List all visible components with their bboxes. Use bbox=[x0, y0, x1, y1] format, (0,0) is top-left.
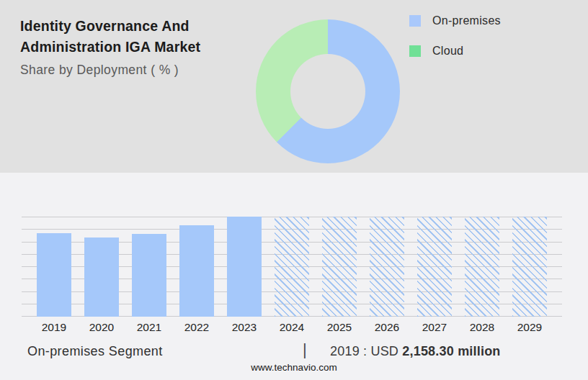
bar-2019 bbox=[37, 233, 71, 317]
x-label-2024: 2024 bbox=[268, 321, 316, 334]
x-label-2020: 2020 bbox=[78, 321, 125, 334]
bar-2023 bbox=[227, 217, 262, 317]
legend-item-cloud: Cloud bbox=[409, 45, 501, 58]
x-label-2025: 2025 bbox=[316, 321, 363, 334]
x-label-2022: 2022 bbox=[173, 321, 220, 334]
bar-2020 bbox=[84, 238, 119, 317]
footer-value-prefix: 2019 : USD bbox=[330, 344, 398, 358]
x-label-2023: 2023 bbox=[220, 321, 268, 334]
bar-chart-section: 2019202020212022202320242025202620272028… bbox=[0, 173, 588, 380]
page-title-line-1: Identity Governance And bbox=[20, 16, 251, 37]
x-label-2028: 2028 bbox=[458, 321, 506, 334]
x-axis-labels: 2019202020212022202320242025202620272028… bbox=[22, 321, 562, 337]
page-subtitle: Share by Deployment ( % ) bbox=[20, 63, 251, 78]
footer-value-amount: 2,158.30 million bbox=[402, 344, 500, 358]
bar-2021 bbox=[132, 234, 166, 317]
header-section: Identity Governance And Administration I… bbox=[0, 0, 588, 173]
page-title-line-2: Administration IGA Market bbox=[20, 37, 251, 58]
bar-2027 bbox=[417, 217, 452, 317]
x-label-2029: 2029 bbox=[506, 321, 553, 334]
legend-swatch-icon bbox=[409, 45, 421, 57]
bar-chart-plot-area bbox=[22, 217, 562, 317]
bar-2025 bbox=[322, 217, 357, 317]
donut-hole bbox=[290, 54, 365, 129]
bar-2029 bbox=[512, 217, 547, 317]
donut-chart bbox=[256, 19, 400, 163]
legend-item-on-premises: On-premises bbox=[409, 14, 501, 27]
footer-separator: | bbox=[303, 340, 307, 359]
title-block: Identity Governance And Administration I… bbox=[20, 16, 251, 78]
bar-2024 bbox=[275, 217, 309, 317]
x-label-2027: 2027 bbox=[411, 321, 458, 334]
bar-2026 bbox=[370, 217, 404, 317]
x-label-2021: 2021 bbox=[125, 321, 173, 334]
legend-swatch-icon bbox=[409, 15, 421, 27]
legend-label: Cloud bbox=[432, 45, 463, 58]
x-label-2026: 2026 bbox=[363, 321, 411, 334]
bar-2022 bbox=[179, 225, 214, 317]
segment-label: On-premises Segment bbox=[27, 344, 163, 359]
bar-2028 bbox=[465, 217, 499, 317]
website-text: www.technavio.com bbox=[0, 362, 588, 373]
footer-value: 2019 : USD 2,158.30 million bbox=[330, 344, 501, 359]
legend-label: On-premises bbox=[432, 14, 501, 27]
legend: On-premisesCloud bbox=[409, 14, 501, 58]
x-label-2019: 2019 bbox=[30, 321, 78, 334]
